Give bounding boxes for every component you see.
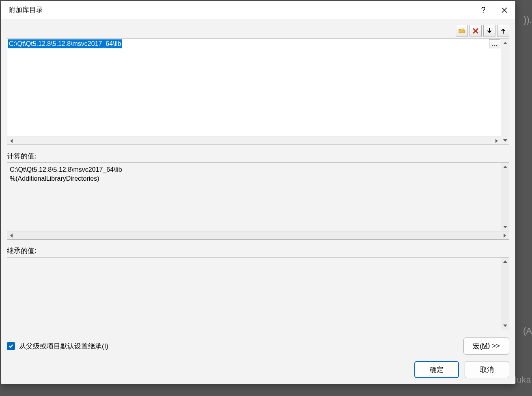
scroll-up-icon (503, 42, 507, 44)
edit-toolbar (7, 25, 509, 37)
bg-fragment-2: (A (523, 326, 532, 336)
scroll-down-icon (503, 325, 507, 327)
move-up-button[interactable] (497, 25, 509, 37)
v-scrollbar[interactable] (501, 39, 509, 145)
scroll-left-icon (10, 234, 13, 238)
inherit-checkbox-label: 从父级或项目默认设置继承(I) (19, 342, 108, 351)
inherited-values-box (7, 257, 509, 330)
scroll-down-icon (503, 226, 507, 228)
scroll-right-icon (495, 139, 498, 143)
browse-button[interactable]: ... (489, 39, 500, 48)
close-button[interactable] (494, 1, 515, 19)
move-down-button[interactable] (483, 25, 495, 37)
directory-entry-row[interactable]: C:\Qt\Qt5.12.8\5.12.8\msvc2017_64\lib ..… (7, 39, 501, 49)
delete-line-button[interactable] (470, 25, 482, 37)
delete-x-icon (472, 28, 479, 34)
directory-list-editor[interactable]: C:\Qt\Qt5.12.8\5.12.8\msvc2017_64\lib ..… (7, 39, 509, 145)
computed-label: 计算的值: (7, 151, 509, 161)
titlebar: 附加库目录 ? (1, 1, 515, 19)
computed-values-text: C:\Qt\Qt5.12.8\5.12.8\msvc2017_64\lib %(… (7, 163, 501, 231)
computed-values-box: C:\Qt\Qt5.12.8\5.12.8\msvc2017_64\lib %(… (7, 162, 509, 240)
help-button[interactable]: ? (473, 1, 494, 19)
inherited-label: 继承的值: (7, 246, 509, 255)
scroll-right-icon (504, 234, 506, 238)
window-title: 附加库目录 (9, 5, 473, 15)
h-scrollbar[interactable] (7, 231, 509, 239)
arrow-down-icon (486, 28, 493, 34)
h-scrollbar[interactable] (7, 136, 501, 145)
ok-button[interactable]: 确定 (414, 361, 459, 378)
bg-fragment: )). (523, 15, 532, 25)
scroll-up-icon (503, 260, 507, 263)
scroll-up-icon (503, 166, 507, 168)
arrow-up-icon (500, 28, 506, 34)
scroll-left-icon (10, 139, 13, 143)
cancel-button[interactable]: 取消 (465, 361, 509, 378)
inherit-checkbox[interactable] (7, 342, 15, 350)
folder-new-icon (459, 28, 465, 34)
check-icon (8, 343, 14, 349)
directory-entry-text[interactable]: C:\Qt\Qt5.12.8\5.12.8\msvc2017_64\lib (8, 39, 122, 48)
macros-button[interactable]: 宏(M) >> (463, 338, 509, 355)
v-scrollbar[interactable] (501, 258, 509, 330)
v-scrollbar[interactable] (501, 163, 509, 231)
inherited-values-text (7, 258, 501, 330)
inherit-checkbox-wrap[interactable]: 从父级或项目默认设置继承(I) (7, 342, 108, 351)
new-line-button[interactable] (456, 25, 468, 37)
dialog-window: 附加库目录 ? (1, 1, 515, 384)
scroll-down-icon (503, 139, 507, 142)
